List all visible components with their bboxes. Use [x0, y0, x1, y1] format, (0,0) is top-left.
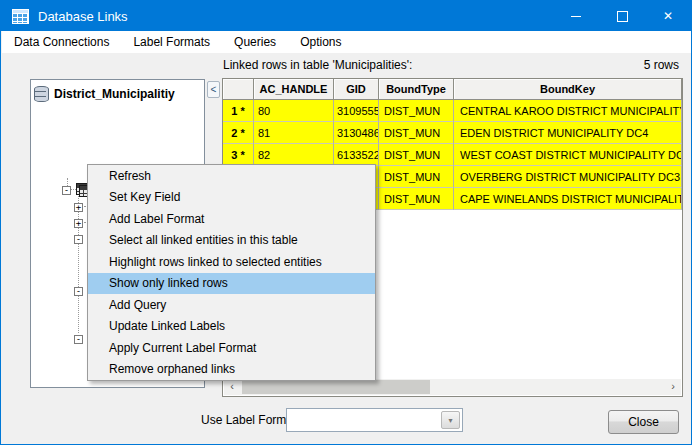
minus-expander-icon[interactable]: - — [62, 186, 71, 195]
cell-boundtype[interactable]: DIST_MUN — [379, 188, 454, 210]
chevron-left-icon: < — [211, 84, 217, 95]
scroll-left-icon: ‹ — [230, 380, 234, 392]
close-window-button[interactable]: ✕ — [645, 1, 691, 31]
menu-item-select-all-linked[interactable]: Select all linked entities in this table — [88, 230, 375, 252]
column-header-boundkey[interactable]: BoundKey — [454, 79, 682, 100]
minimize-icon — [571, 16, 581, 17]
menu-item-refresh[interactable]: Refresh — [88, 165, 375, 187]
menu-label-formats[interactable]: Label Formats — [121, 31, 222, 53]
maximize-icon — [617, 11, 628, 22]
menu-item-add-query[interactable]: Add Query — [88, 294, 375, 316]
row-number[interactable]: 3 * — [223, 144, 254, 166]
table-row[interactable]: 1 * 80 3109555 DIST_MUN CENTRAL KAROO DI… — [223, 100, 682, 122]
cell-boundtype[interactable]: DIST_MUN — [379, 122, 454, 144]
chevron-down-icon: ▾ — [448, 416, 452, 425]
menu-options[interactable]: Options — [288, 31, 353, 53]
close-icon: ✕ — [663, 9, 673, 23]
menu-item-highlight-rows[interactable]: Highlight rows linked to selected entiti… — [88, 251, 375, 273]
menu-item-update-linked-labels[interactable]: Update Linked Labels — [88, 316, 375, 338]
minus-expander-icon[interactable]: - — [74, 287, 83, 296]
title-bar[interactable]: Database Links ✕ — [1, 1, 691, 31]
column-header-boundtype[interactable]: BoundType — [379, 79, 454, 100]
scroll-left-button[interactable]: ‹ — [224, 379, 240, 395]
tree-node-root[interactable]: District_Municipalitiy — [34, 86, 175, 102]
plus-expander-icon[interactable]: + — [74, 219, 83, 228]
minus-expander-icon[interactable]: - — [74, 335, 83, 344]
database-links-dialog: Database Links ✕ Data Connections Label … — [0, 0, 692, 445]
cell-boundtype[interactable]: DIST_MUN — [379, 144, 454, 166]
column-header-ac-handle[interactable]: AC_HANDLE — [254, 79, 334, 100]
menu-item-apply-current-label-format[interactable]: Apply Current Label Format — [88, 337, 375, 359]
scroll-right-icon: › — [671, 380, 675, 392]
maximize-button[interactable] — [599, 1, 645, 31]
menu-data-connections[interactable]: Data Connections — [2, 31, 121, 53]
tree-root-label: District_Municipalitiy — [54, 87, 175, 101]
menu-queries[interactable]: Queries — [222, 31, 288, 53]
cell-boundkey[interactable]: EDEN DISTRICT MUNICIPALITY DC4 — [454, 122, 682, 144]
cell-gid[interactable]: 6133522 — [334, 144, 379, 166]
row-count-label: 5 rows — [644, 58, 679, 72]
cell-boundkey[interactable]: CAPE WINELANDS DISTRICT MUNICIPALITY D — [454, 188, 682, 210]
row-number[interactable]: 1 * — [223, 100, 254, 122]
linked-rows-caption: Linked rows in table 'Municipalities': — [223, 58, 412, 72]
cell-boundkey[interactable]: CENTRAL KAROO DISTRICT MUNICIPALITY DC — [454, 100, 682, 122]
combobox-dropdown-button[interactable]: ▾ — [441, 411, 460, 429]
collapse-tree-button[interactable]: < — [207, 81, 220, 98]
app-icon — [12, 9, 29, 24]
minus-expander-icon[interactable]: - — [74, 235, 83, 244]
table-row[interactable]: 3 * 82 6133522 DIST_MUN WEST COAST DISTR… — [223, 144, 682, 166]
minimize-button[interactable] — [553, 1, 599, 31]
menu-item-show-only-linked-rows[interactable]: Show only linked rows — [88, 273, 375, 295]
scroll-right-button[interactable]: › — [665, 379, 681, 395]
cell-boundkey[interactable]: WEST COAST DISTRICT MUNICIPALITY DC1 — [454, 144, 682, 166]
database-icon — [34, 86, 49, 102]
cell-ac-handle[interactable]: 81 — [254, 122, 334, 144]
close-button[interactable]: Close — [608, 410, 679, 434]
scrollbar-thumb[interactable] — [242, 380, 430, 394]
cell-ac-handle[interactable]: 80 — [254, 100, 334, 122]
menu-item-remove-orphaned-links[interactable]: Remove orphaned links — [88, 359, 375, 381]
column-header-gid[interactable]: GID — [334, 79, 379, 100]
row-number[interactable]: 2 * — [223, 122, 254, 144]
use-label-format-label: Use Label Format: — [201, 413, 300, 427]
window-title: Database Links — [38, 9, 128, 24]
horizontal-scrollbar[interactable]: ‹ › — [224, 379, 681, 395]
label-format-combobox[interactable]: ▾ — [286, 408, 463, 432]
menu-bar: Data Connections Label Formats Queries O… — [2, 31, 692, 53]
cell-boundkey[interactable]: OVERBERG DISTRICT MUNICIPALITY DC3 — [454, 166, 682, 188]
menu-item-add-label-format[interactable]: Add Label Format — [88, 208, 375, 230]
cell-boundtype[interactable]: DIST_MUN — [379, 100, 454, 122]
column-header-rownum[interactable] — [223, 79, 254, 100]
table-header-row: AC_HANDLE GID BoundType BoundKey — [223, 79, 682, 100]
plus-expander-icon[interactable]: + — [74, 203, 83, 212]
cell-gid[interactable]: 3130486 — [334, 122, 379, 144]
cell-gid[interactable]: 3109555 — [334, 100, 379, 122]
scrollbar-track[interactable] — [240, 379, 665, 395]
context-menu: Refresh Set Key Field Add Label Format S… — [87, 164, 376, 381]
cell-boundtype[interactable]: DIST_MUN — [379, 166, 454, 188]
menu-item-set-key-field[interactable]: Set Key Field — [88, 187, 375, 209]
table-row[interactable]: 2 * 81 3130486 DIST_MUN EDEN DISTRICT MU… — [223, 122, 682, 144]
cell-ac-handle[interactable]: 82 — [254, 144, 334, 166]
